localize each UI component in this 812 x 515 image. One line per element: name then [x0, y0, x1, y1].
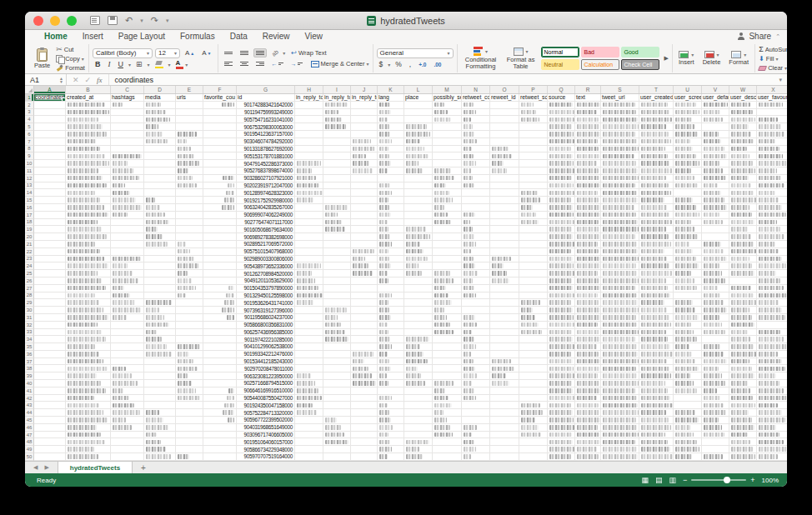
cell-O9[interactable] [490, 152, 519, 160]
cell-S43[interactable] [601, 402, 639, 409]
cell-U1[interactable]: user_screen_ [674, 94, 702, 102]
cell-Q7[interactable] [548, 138, 575, 146]
cell-R30[interactable] [575, 307, 601, 314]
cell-X12[interactable] [757, 175, 787, 182]
cell-H6[interactable] [295, 131, 323, 138]
cell-U6[interactable] [674, 131, 702, 138]
cell-O10[interactable] [490, 160, 519, 168]
cell-K32[interactable] [378, 322, 404, 329]
cell-A29[interactable] [34, 299, 66, 307]
cell-C39[interactable] [111, 372, 144, 380]
cell-A11[interactable] [34, 168, 66, 175]
cell-V26[interactable] [702, 278, 729, 285]
cell-D46[interactable] [144, 424, 176, 432]
cell-I3[interactable] [323, 109, 351, 117]
cell-X37[interactable] [757, 358, 787, 366]
cell-E21[interactable] [176, 241, 203, 248]
cell-P21[interactable] [519, 241, 548, 248]
cell-K23[interactable] [378, 256, 404, 263]
cell-X43[interactable] [757, 402, 787, 409]
cell-R3[interactable] [575, 109, 601, 117]
delete-cells-button[interactable]: ▾ Delete [700, 50, 724, 67]
cell-I50[interactable] [323, 453, 351, 461]
cell-O42[interactable] [490, 395, 519, 402]
cell-V22[interactable] [702, 248, 729, 256]
cell-K45[interactable] [378, 417, 404, 424]
cell-M41[interactable] [433, 388, 462, 395]
cell-H10[interactable] [295, 160, 323, 168]
cell-U38[interactable] [674, 365, 702, 372]
cell-G25[interactable]: 901262708984520000 [237, 270, 295, 278]
cell-Q46[interactable] [548, 424, 575, 432]
cell-U8[interactable] [674, 146, 702, 153]
cell-N24[interactable] [462, 262, 490, 270]
cell-V23[interactable] [702, 256, 729, 263]
cell-U22[interactable] [674, 248, 702, 256]
cell-S13[interactable] [601, 182, 639, 190]
cell-T27[interactable] [639, 285, 674, 292]
cell-G9[interactable]: 905153178701881000 [237, 152, 295, 160]
cell-O37[interactable] [490, 358, 519, 366]
cell-A20[interactable] [34, 233, 66, 241]
cell-V17[interactable] [702, 212, 729, 219]
next-sheet-icon[interactable]: ▶ [44, 464, 48, 471]
cell-M22[interactable] [433, 248, 462, 256]
cell-W10[interactable] [729, 160, 757, 168]
cell-M21[interactable] [433, 241, 462, 248]
cell-H37[interactable] [295, 358, 323, 366]
cell-G18[interactable]: 902776474071117000 [237, 219, 295, 227]
cell-N15[interactable] [462, 197, 490, 204]
row-header-36[interactable]: 36 [25, 351, 34, 358]
cell-N47[interactable] [462, 432, 490, 439]
cell-B10[interactable] [66, 160, 111, 168]
collapse-ribbon-icon[interactable]: ⌃ [775, 33, 780, 40]
cell-E29[interactable] [176, 299, 203, 307]
orientation-caret[interactable]: ▾ [283, 50, 285, 56]
cell-I32[interactable] [323, 322, 351, 329]
cell-S33[interactable] [601, 329, 639, 337]
cell-E49[interactable] [176, 446, 203, 453]
increase-font-button[interactable]: A▲ [183, 48, 197, 58]
cell-E42[interactable] [176, 395, 203, 402]
cell-S15[interactable] [601, 197, 639, 204]
font-size-select[interactable]: 12▾ [155, 48, 180, 58]
cell-D23[interactable] [144, 256, 176, 263]
cell-R42[interactable] [575, 395, 601, 402]
cell-X3[interactable] [757, 109, 787, 117]
cell-J42[interactable] [351, 395, 378, 402]
cell-T38[interactable] [639, 365, 674, 372]
cell-J31[interactable] [351, 314, 378, 322]
cell-X27[interactable] [757, 285, 787, 292]
cell-M23[interactable] [433, 256, 462, 263]
cell-V45[interactable] [702, 417, 729, 424]
cell-G49[interactable]: 905866734229348000 [237, 446, 295, 453]
cell-N2[interactable] [462, 102, 490, 109]
cell-R47[interactable] [575, 432, 601, 439]
cell-M26[interactable] [433, 278, 462, 285]
cell-O36[interactable] [490, 351, 519, 358]
cell-A22[interactable] [34, 248, 66, 256]
cell-J16[interactable] [351, 204, 378, 212]
cell-K2[interactable] [378, 102, 404, 109]
cell-A7[interactable] [34, 138, 66, 146]
column-header-L[interactable]: L [404, 86, 433, 93]
autosum-button[interactable]: ΣAutoSum▾ [759, 45, 787, 53]
cell-R35[interactable] [575, 343, 601, 351]
cell-N43[interactable] [462, 402, 490, 409]
cell-O45[interactable] [490, 417, 519, 424]
cell-Q40[interactable] [548, 380, 575, 388]
cell-R49[interactable] [575, 446, 601, 453]
cell-I2[interactable] [323, 102, 351, 109]
cell-X45[interactable] [757, 417, 787, 424]
cell-A38[interactable] [34, 365, 66, 372]
cell-C36[interactable] [111, 351, 144, 358]
cell-H29[interactable] [295, 299, 323, 307]
cell-K30[interactable] [378, 307, 404, 314]
cell-I13[interactable] [323, 182, 351, 190]
row-header-38[interactable]: 38 [25, 365, 34, 372]
cell-H16[interactable] [295, 204, 323, 212]
cell-S8[interactable] [601, 146, 639, 153]
cell-G28[interactable]: 901329450125598000 [237, 292, 295, 300]
cell-B3[interactable] [66, 109, 111, 117]
zoom-slider-track[interactable] [691, 479, 746, 481]
